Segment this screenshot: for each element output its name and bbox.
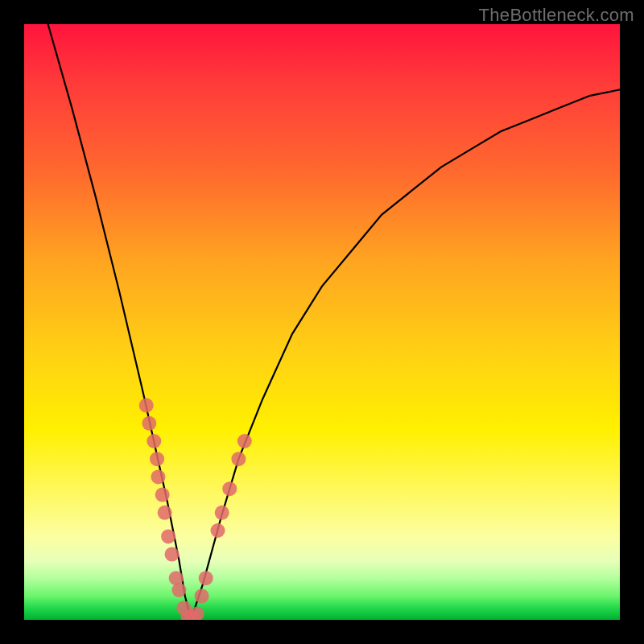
marker-dot — [142, 416, 156, 431]
watermark-text: TheBottleneck.com — [479, 5, 634, 26]
marker-dot — [195, 588, 209, 603]
marker-dot — [231, 452, 246, 466]
marker-dot — [147, 434, 161, 448]
marker-dot — [165, 547, 180, 562]
marker-dot — [199, 571, 213, 585]
marker-dot — [139, 398, 154, 413]
marker-dot — [237, 434, 252, 448]
bottleneck-curve — [48, 24, 620, 620]
marker-dot — [161, 529, 175, 543]
plot-area — [24, 24, 620, 620]
marker-dot — [211, 523, 225, 538]
marker-dot — [150, 452, 164, 466]
marker-dot — [222, 481, 237, 496]
marker-dot — [215, 506, 229, 520]
marker-dot — [190, 607, 204, 620]
marker-dot — [158, 506, 172, 520]
marker-dot — [155, 488, 170, 502]
chart-frame: TheBottleneck.com — [0, 0, 644, 644]
marker-dot — [171, 583, 186, 597]
marker-dot — [151, 469, 166, 484]
highlighted-points — [139, 398, 252, 620]
curve-svg — [24, 24, 620, 620]
